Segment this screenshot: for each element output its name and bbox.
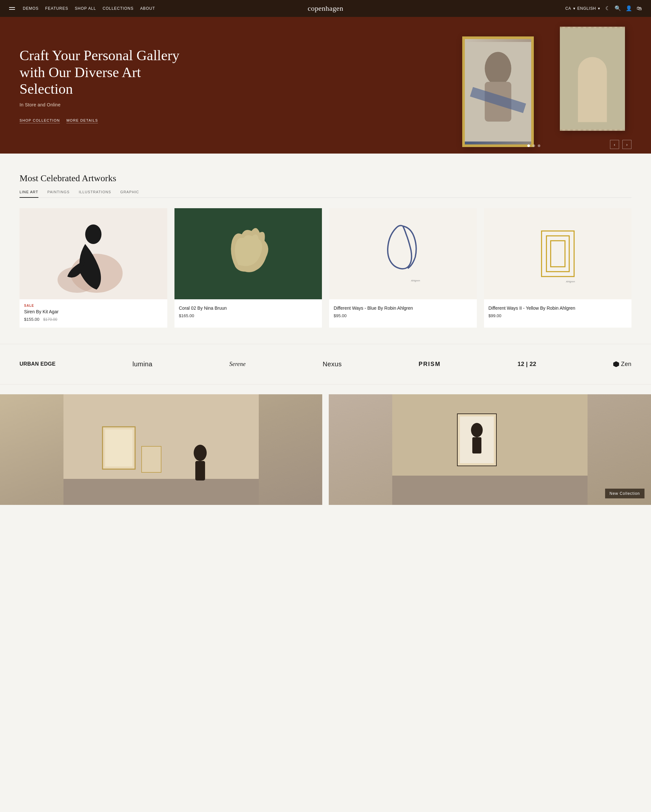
svg-rect-29 xyxy=(392,476,588,505)
dark-mode-icon[interactable]: ☾ xyxy=(605,6,610,11)
gallery-right-image: New Collection xyxy=(329,394,651,505)
artwork-info-3: Different Ways - Blue By Robin Ahlgren $… xyxy=(329,299,477,324)
artwork-card-4[interactable]: Ahlgren Different Ways II - Yellow By Ro… xyxy=(484,208,632,328)
sale-badge-1: SALE xyxy=(24,304,163,307)
nav-links: DEMOS FEATURES SHOP ALL COLLECTIONS ABOU… xyxy=(23,6,155,11)
svg-point-10 xyxy=(85,224,102,244)
hero-pagination-dots xyxy=(527,145,540,147)
artworks-section: Most Celebrated Artworks LINE ART PAINTI… xyxy=(0,154,651,344)
gallery-right-inner: New Collection xyxy=(329,394,651,505)
brand-urban-edge[interactable]: URBAN EDGE xyxy=(20,361,56,367)
tab-paintings[interactable]: PAINTINGS xyxy=(47,190,70,197)
shop-collection-button[interactable]: SHOP COLLECTION xyxy=(20,118,60,123)
search-icon[interactable]: 🔍 xyxy=(614,6,621,11)
artwork-title-2: Coral 02 By Nina Bruun xyxy=(179,305,318,311)
artwork-title-3: Different Ways - Blue By Robin Ahlgren xyxy=(334,305,472,311)
hero-next-arrow[interactable]: › xyxy=(622,140,631,149)
artwork-price-1: $155.00 $170.00 xyxy=(24,317,163,322)
nav-link-about[interactable]: ABOUT xyxy=(140,6,155,11)
hero-content: Craft Your Personal Gallery with Our Div… xyxy=(20,47,189,124)
site-logo[interactable]: copenhagen xyxy=(307,4,343,12)
nav-left: DEMOS FEATURES SHOP ALL COLLECTIONS ABOU… xyxy=(9,6,155,11)
artwork-tabs: LINE ART PAINTINGS ILLUSTRATIONS GRAPHIC xyxy=(20,190,631,198)
brand-prism[interactable]: PRISM xyxy=(419,361,441,368)
hero-buttons: SHOP COLLECTION MORE DETAILS xyxy=(20,118,189,123)
hero-artwork-1 xyxy=(462,37,534,147)
gallery-left-inner xyxy=(0,394,322,505)
nav-link-shop-all[interactable]: SHOP ALL xyxy=(75,6,96,11)
hero-heading: Craft Your Personal Gallery with Our Div… xyxy=(20,47,189,98)
svg-point-32 xyxy=(471,423,483,437)
artwork-price-2: $165.00 xyxy=(179,313,318,318)
new-collection-badge[interactable]: New Collection xyxy=(605,488,645,498)
svg-rect-33 xyxy=(472,437,481,453)
brands-section: URBAN EDGE lumina Serene Nexus PRISM 12 … xyxy=(0,344,651,385)
svg-rect-12 xyxy=(361,208,445,299)
artwork-info-4: Different Ways II - Yellow By Robin Ahlg… xyxy=(484,299,632,324)
hero-artwork-1-image xyxy=(465,39,531,145)
artwork-card-1[interactable]: SALE Siren By Kit Agar $155.00 $170.00 xyxy=(20,208,167,328)
artwork-price-3: $95.00 xyxy=(334,313,472,318)
hero-subtitle: In Store and Online xyxy=(20,102,189,107)
tab-graphic[interactable]: GRAPHIC xyxy=(121,190,139,197)
account-icon[interactable]: 👤 xyxy=(626,6,632,11)
nav-center: copenhagen xyxy=(307,4,343,13)
artwork-title-1: Siren By Kit Agar xyxy=(24,309,163,315)
svg-rect-23 xyxy=(105,429,133,467)
tab-illustrations[interactable]: ILLUSTRATIONS xyxy=(79,190,111,197)
navigation: DEMOS FEATURES SHOP ALL COLLECTIONS ABOU… xyxy=(0,0,651,17)
svg-text:Ahlgren: Ahlgren xyxy=(565,280,575,283)
locale-country-chevron[interactable]: ▾ xyxy=(573,6,576,11)
hero-arrows: ‹ › xyxy=(610,140,631,149)
locale-selector[interactable]: CA ▾ ENGLISH ▾ xyxy=(565,6,600,11)
brand-lumina[interactable]: lumina xyxy=(133,360,152,368)
nav-icons: ☾ 🔍 👤 🛍 xyxy=(605,6,642,11)
brand-nexus[interactable]: Nexus xyxy=(322,360,342,368)
hero-dot-1[interactable] xyxy=(527,145,530,147)
svg-point-1 xyxy=(484,52,511,85)
artwork-image-3: Ahlgren xyxy=(329,208,477,299)
svg-rect-21 xyxy=(63,479,259,505)
zen-hexagon-icon xyxy=(613,361,619,367)
locale-language-chevron[interactable]: ▾ xyxy=(598,6,600,11)
gallery-section: New Collection xyxy=(0,385,651,505)
hero-artwork-2-image xyxy=(560,27,625,131)
svg-text:Ahlgren: Ahlgren xyxy=(411,279,420,282)
svg-rect-26 xyxy=(195,461,205,481)
hero-prev-arrow[interactable]: ‹ xyxy=(610,140,619,149)
more-details-button[interactable]: MORE DETAILS xyxy=(66,118,98,123)
artwork-image-4: Ahlgren xyxy=(484,208,632,299)
hamburger-button[interactable] xyxy=(9,7,15,10)
artwork-info-1: SALE Siren By Kit Agar $155.00 $170.00 xyxy=(20,299,167,328)
locale-language[interactable]: ENGLISH xyxy=(578,6,596,11)
tab-line-art[interactable]: LINE ART xyxy=(20,190,38,198)
artwork-info-2: Coral 02 By Nina Bruun $165.00 xyxy=(174,299,322,324)
gallery-grid: New Collection xyxy=(0,394,651,505)
hero-dot-3[interactable] xyxy=(538,145,540,147)
hero-artwork-2 xyxy=(560,27,625,131)
artwork-image-1 xyxy=(20,208,167,299)
hero-dot-2[interactable] xyxy=(533,145,535,147)
artwork-image-2 xyxy=(174,208,322,299)
hero-section: Craft Your Personal Gallery with Our Div… xyxy=(0,17,651,154)
brands-row: URBAN EDGE lumina Serene Nexus PRISM 12 … xyxy=(20,360,631,368)
brand-zen[interactable]: Zen xyxy=(613,361,631,368)
svg-point-25 xyxy=(194,445,207,461)
svg-rect-14 xyxy=(515,208,600,299)
artwork-card-2[interactable]: Coral 02 By Nina Bruun $165.00 xyxy=(174,208,322,328)
brand-serene[interactable]: Serene xyxy=(229,361,245,368)
nav-link-demos[interactable]: DEMOS xyxy=(23,6,39,11)
brand-12-22[interactable]: 12 | 22 xyxy=(518,361,536,368)
locale-country[interactable]: CA xyxy=(565,6,571,11)
artwork-card-3[interactable]: Ahlgren Different Ways - Blue By Robin A… xyxy=(329,208,477,328)
nav-link-features[interactable]: FEATURES xyxy=(45,6,68,11)
artwork-price-4: $99.00 xyxy=(489,313,627,318)
artworks-section-title: Most Celebrated Artworks xyxy=(20,173,631,183)
svg-rect-24 xyxy=(142,446,161,472)
artwork-title-4: Different Ways II - Yellow By Robin Ahlg… xyxy=(489,305,627,311)
svg-point-6 xyxy=(578,57,607,86)
cart-icon[interactable]: 🛍 xyxy=(637,6,642,11)
nav-right: CA ▾ ENGLISH ▾ ☾ 🔍 👤 🛍 xyxy=(565,6,642,11)
artworks-grid: SALE Siren By Kit Agar $155.00 $170.00 xyxy=(20,208,631,328)
nav-link-collections[interactable]: COLLECTIONS xyxy=(102,6,133,11)
